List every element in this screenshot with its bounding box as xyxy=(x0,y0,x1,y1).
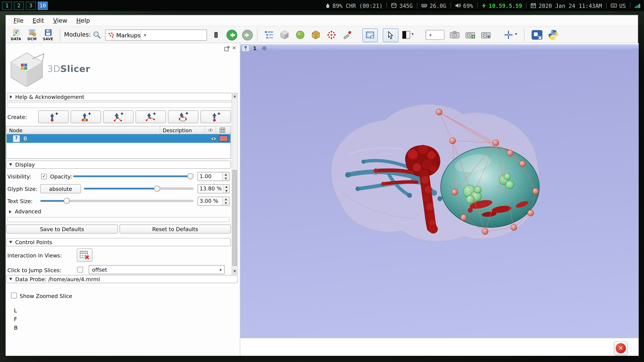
save-button[interactable]: SAVE xyxy=(40,27,55,42)
column-color[interactable] xyxy=(216,126,228,134)
column-description[interactable]: Description xyxy=(160,126,205,134)
volumes-icon[interactable] xyxy=(310,30,321,40)
memory-icon xyxy=(422,3,427,8)
node-visibility-eye-icon[interactable] xyxy=(210,136,217,140)
create-line-button[interactable] xyxy=(70,110,101,123)
scroll-down-arrow[interactable]: ▼ xyxy=(232,269,238,274)
menu-view[interactable]: View xyxy=(49,15,72,25)
create-open-curve-button[interactable] xyxy=(136,110,166,123)
spin-up-icon[interactable]: ▲ xyxy=(224,185,229,189)
probe-label-F: F xyxy=(14,316,17,322)
view-controls-button[interactable] xyxy=(260,45,268,51)
control-points-section-header[interactable]: Control Points xyxy=(6,238,231,246)
text-size-spinbox[interactable]: 3.00 % ▲▼ xyxy=(198,197,230,206)
glyph-size-slider[interactable] xyxy=(84,186,194,192)
close-panel-icon[interactable]: ✕ xyxy=(232,45,236,51)
annotations-icon[interactable] xyxy=(342,30,352,40)
workspace-1[interactable]: 1 xyxy=(2,1,12,10)
threed-viewport[interactable] xyxy=(240,52,639,338)
create-closed-curve-button[interactable] xyxy=(168,110,198,123)
collapse-arrow-icon xyxy=(9,278,12,280)
spin-down-icon[interactable]: ▼ xyxy=(222,176,229,180)
visibility-checkbox[interactable]: ✓ xyxy=(41,174,47,179)
dismiss-notification-button[interactable]: ✕ xyxy=(614,342,628,355)
workspace-2[interactable]: 2 xyxy=(14,1,24,10)
save-floppy-icon xyxy=(44,28,52,36)
markups-toolbar-icon[interactable] xyxy=(326,30,337,40)
module-forward-button[interactable] xyxy=(242,29,253,41)
modules-label: Modules: xyxy=(64,26,91,43)
node-color-swatch[interactable] xyxy=(219,135,228,142)
column-node[interactable]: Node xyxy=(6,126,160,134)
pin-view-button[interactable] xyxy=(242,44,250,52)
mouse-interaction-mode-button[interactable] xyxy=(383,28,398,42)
undock-panel-icon[interactable] xyxy=(224,45,230,52)
module-back-button[interactable] xyxy=(226,29,238,41)
chevron-down-icon: ▾ xyxy=(426,30,434,39)
text-size-slider[interactable] xyxy=(40,198,193,204)
restore-scene-view-button[interactable] xyxy=(480,30,491,40)
advanced-section-header[interactable]: Advanced xyxy=(9,209,41,215)
add-data-button[interactable]: DATA xyxy=(8,27,23,42)
create-plane-button[interactable] xyxy=(200,110,231,123)
panel-scrollbar[interactable]: ▲ ▼ xyxy=(232,93,238,275)
help-acknowledgement-section[interactable]: Help & Acknowledgement xyxy=(7,93,232,101)
glyph-size-spinbox[interactable]: 13.80 % ▲▼ xyxy=(198,184,230,193)
volume-status[interactable]: 69% xyxy=(455,2,473,9)
jump-slices-checkbox[interactable]: ✓ xyxy=(77,267,83,273)
window-level-dropdown-arrow[interactable]: ▾ xyxy=(412,32,414,36)
crosshair-button[interactable] xyxy=(504,30,513,39)
subject-hierarchy-icon[interactable] xyxy=(264,30,274,40)
scene-views-button[interactable] xyxy=(465,30,476,40)
separator xyxy=(417,2,417,9)
show-zoomed-slice-checkbox[interactable]: ✓ xyxy=(11,293,17,298)
jump-mode-combobox[interactable]: offset ▾ xyxy=(89,265,225,274)
scroll-up-arrow[interactable]: ▲ xyxy=(232,93,238,99)
markups-module-icon xyxy=(108,32,114,38)
python-console-button[interactable] xyxy=(547,29,559,41)
column-visibility[interactable] xyxy=(205,126,216,134)
opacity-spinbox[interactable]: 1.00 ▲▼ xyxy=(198,172,230,181)
crosshair-dropdown-arrow[interactable]: ▾ xyxy=(515,32,517,36)
interaction-views-button[interactable] xyxy=(77,248,92,262)
opacity-slider[interactable] xyxy=(73,173,194,180)
display-section-header[interactable]: Display xyxy=(6,161,231,169)
module-history-icon[interactable] xyxy=(213,31,219,38)
volume-rendering-icon[interactable] xyxy=(279,30,290,40)
scrollbar-thumb[interactable] xyxy=(232,170,237,266)
grid-icon xyxy=(220,127,225,133)
place-mode-combobox[interactable]: ▾ xyxy=(426,30,444,40)
module-selector-combobox[interactable]: Markups ▾ xyxy=(105,29,207,40)
node-row-B[interactable]: ? B xyxy=(6,134,230,143)
spin-up-icon[interactable]: ▲ xyxy=(222,172,229,176)
spin-down-icon[interactable]: ▼ xyxy=(222,201,229,205)
node-name: B xyxy=(24,135,27,142)
glyph-size-mode-button[interactable]: absolute xyxy=(40,184,81,193)
extensions-manager-button[interactable] xyxy=(531,29,543,41)
network-ip-status[interactable]: 10.59.5.59 xyxy=(482,2,522,9)
probe-label-L: L xyxy=(14,307,17,314)
workspace-3[interactable]: 3 xyxy=(26,1,36,10)
module-search-button[interactable] xyxy=(91,29,103,40)
screenshot-button[interactable] xyxy=(449,30,460,40)
window-level-icon[interactable] xyxy=(402,31,410,39)
spin-down-icon[interactable]: ▼ xyxy=(224,189,229,193)
save-to-defaults-button[interactable]: Save to Defaults xyxy=(6,225,118,234)
create-angle-button[interactable] xyxy=(103,110,134,123)
screenshot-mode-button[interactable] xyxy=(362,28,378,42)
create-point-button[interactable] xyxy=(38,110,68,123)
data-probe-section-header[interactable]: Data Probe: /home/aure/4.mrml xyxy=(6,275,238,283)
menu-file[interactable]: File xyxy=(9,15,28,25)
reset-to-defaults-button[interactable]: Reset to Defaults xyxy=(120,225,231,234)
dicom-button[interactable]: DCM xyxy=(25,27,40,42)
toolbar-separator xyxy=(524,29,524,41)
menu-help[interactable]: Help xyxy=(72,15,94,25)
chevron-down-icon[interactable]: ▾ xyxy=(140,30,149,40)
separator xyxy=(630,2,630,9)
menu-edit[interactable]: Edit xyxy=(28,15,49,25)
spin-up-icon[interactable]: ▲ xyxy=(222,197,229,201)
clock-status[interactable]: 2020 Jan 24 11:43AM xyxy=(531,2,602,9)
keyboard-layout-status[interactable]: US xyxy=(611,2,626,9)
workspace-10-active[interactable]: 10 xyxy=(38,1,48,10)
segmentation-icon[interactable] xyxy=(295,30,306,40)
